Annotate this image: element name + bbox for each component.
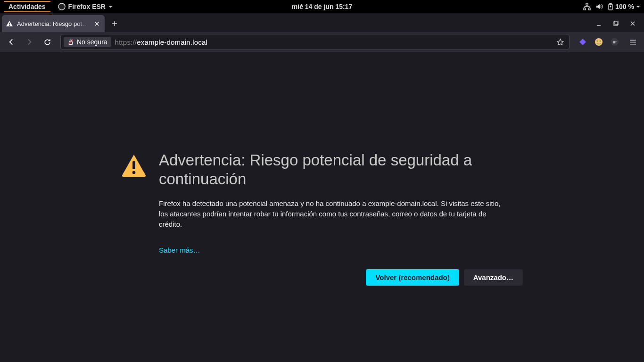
nav-toolbar: No segura https://example-domain.local I… [0, 32, 644, 52]
svg-rect-9 [615, 21, 619, 25]
battery-indicator[interactable]: 100 % [608, 3, 640, 10]
reload-button[interactable] [40, 34, 55, 49]
chevron-down-icon [636, 5, 640, 9]
back-button[interactable] [4, 34, 19, 49]
battery-percent: 100 % [615, 3, 634, 10]
svg-rect-7 [9, 25, 10, 26]
go-back-button[interactable]: Volver (recomendado) [366, 269, 459, 286]
svg-rect-2 [584, 8, 586, 10]
gnome-app-menu[interactable]: Firefox ESR [54, 2, 116, 11]
advanced-button[interactable]: Avanzado… [464, 269, 523, 286]
svg-rect-6 [9, 23, 10, 25]
svg-marker-12 [579, 39, 586, 45]
gnome-top-bar: Actividades Firefox ESR mié 14 de jun 15… [0, 0, 644, 13]
gnome-activities-button[interactable]: Actividades [4, 1, 50, 12]
identity-box[interactable]: No segura [64, 37, 111, 47]
svg-rect-3 [588, 8, 590, 10]
network-icon[interactable] [583, 3, 591, 10]
volume-icon[interactable] [595, 3, 603, 10]
app-menu-button[interactable] [625, 34, 640, 49]
firefox-icon [58, 3, 66, 10]
bookmark-star-button[interactable] [554, 36, 566, 48]
lock-insecure-icon [67, 39, 74, 45]
svg-point-14 [597, 41, 598, 42]
tab-close-button[interactable] [92, 19, 101, 28]
svg-point-19 [132, 171, 136, 174]
extension-icon-2[interactable] [593, 36, 604, 48]
learn-more-link[interactable]: Saber más… [159, 246, 200, 254]
extension-icon-1[interactable] [577, 36, 588, 48]
svg-text:IP: IP [613, 40, 617, 44]
warning-triangle-icon [121, 154, 147, 177]
tab-bar: Advertencia: Riesgo potencial de segurid… [0, 13, 644, 32]
svg-point-13 [595, 38, 603, 46]
svg-rect-18 [132, 161, 135, 169]
svg-rect-5 [610, 3, 611, 4]
extension-icon-3[interactable]: IP [609, 36, 620, 48]
window-maximize-button[interactable] [611, 19, 620, 28]
identity-label: No segura [77, 38, 107, 46]
page-content: Advertencia: Riesgo potencial de segurid… [0, 52, 644, 362]
gnome-app-name: Firefox ESR [68, 3, 106, 10]
url-text: https://example-domain.local [115, 38, 208, 46]
url-bar[interactable]: No segura https://example-domain.local [60, 34, 570, 50]
error-title: Advertencia: Riesgo potencial de segurid… [159, 151, 523, 188]
tab-title: Advertencia: Riesgo potencial de segurid… [17, 20, 89, 27]
window-close-button[interactable] [628, 19, 637, 28]
browser-tab[interactable]: Advertencia: Riesgo potencial de segurid… [2, 15, 105, 32]
warning-icon [6, 20, 13, 27]
window-minimize-button[interactable] [594, 19, 603, 28]
chevron-down-icon [108, 5, 113, 9]
firefox-window: Advertencia: Riesgo potencial de segurid… [0, 13, 644, 362]
error-body: Firefox ha detectado una potencial amena… [159, 198, 508, 229]
svg-point-15 [600, 41, 601, 42]
svg-rect-1 [586, 3, 588, 5]
new-tab-button[interactable] [107, 15, 123, 32]
gnome-clock[interactable]: mié 14 de jun 15:17 [292, 3, 352, 10]
svg-rect-8 [614, 22, 618, 25]
forward-button[interactable] [22, 34, 37, 49]
